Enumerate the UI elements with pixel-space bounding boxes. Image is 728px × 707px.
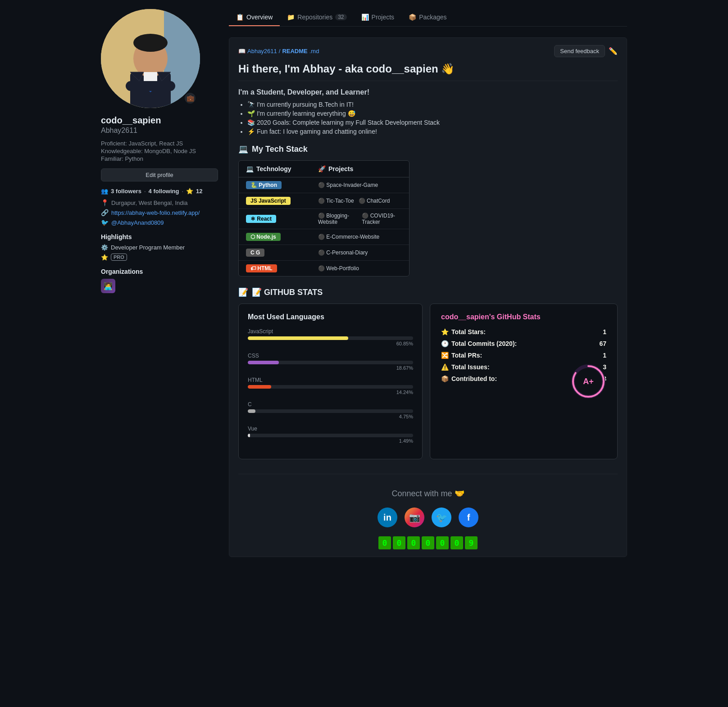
- following-link[interactable]: 4 following: [149, 188, 179, 195]
- projects-label: Projects: [372, 14, 395, 21]
- react-badge: ⚛ React: [246, 215, 276, 223]
- star-highlight-icon: ⭐: [101, 254, 108, 261]
- twitter-link[interactable]: @AbhayAnand0809: [111, 219, 164, 226]
- link-icon: 🔗: [101, 209, 109, 216]
- stat-value: 1: [603, 328, 606, 335]
- github-stats-icon: 📝: [238, 287, 248, 297]
- stat-row: 🔀 Total PRs: 1: [441, 352, 606, 359]
- tech-stack-label: My Tech Stack: [252, 145, 308, 154]
- username: codo__sapien: [101, 115, 218, 126]
- language-name: JavaScript: [248, 328, 413, 335]
- linkedin-icon[interactable]: in: [378, 508, 397, 527]
- readme-path: 📖 Abhay2611 / README .md: [238, 48, 319, 54]
- stat-row: 🕐 Total Commits (2020): 67: [441, 340, 606, 347]
- language-percent: 14.24%: [248, 390, 413, 395]
- location-icon: 📍: [101, 199, 109, 206]
- highlight-pro: ⭐ PRO: [101, 254, 218, 261]
- html-badge: 🏷 HTML: [246, 264, 277, 272]
- stats-cards-row: Most Used Languages JavaScript 60.85% CS…: [238, 304, 618, 459]
- technology-label: Technology: [256, 165, 291, 172]
- language-bar-track: [248, 434, 413, 437]
- language-bar-track: [248, 409, 413, 413]
- grade-text: A+: [583, 377, 594, 386]
- readme-path-slash: /: [279, 48, 281, 54]
- readme-header: 📖 Abhay2611 / README .md Send feedback ✏…: [238, 45, 618, 57]
- edit-profile-button[interactable]: Edit profile: [101, 168, 218, 181]
- tab-overview[interactable]: 📋 Overview: [229, 9, 280, 26]
- repo-ecommerce[interactable]: ⚫ E-Commerce-Website: [318, 234, 379, 240]
- bullet-1: 🔭 I'm currently pursuing B.Tech in IT!: [247, 101, 618, 108]
- following-count: 4: [149, 188, 152, 195]
- language-bar-row: CSS 18.67%: [248, 353, 413, 371]
- language-name: CSS: [248, 353, 413, 359]
- repo-tic-tac-toe[interactable]: ⚫ Tic-Tac-Toe: [318, 198, 354, 204]
- instagram-icon[interactable]: 📷: [405, 508, 424, 527]
- tab-projects[interactable]: 📊 Projects: [354, 9, 402, 26]
- tech-lang-react: ⚛ React: [246, 215, 318, 223]
- overview-icon: 📋: [236, 14, 244, 21]
- student-subheading: I'm a Student, Developer, and Learner!: [238, 88, 618, 96]
- technology-icon: 💻: [246, 165, 254, 172]
- tab-repositories[interactable]: 📁 Repositories 32: [280, 9, 354, 26]
- projects-table-icon: 🚀: [318, 165, 326, 172]
- bio-line-2: Knowledgeable: MongoDB, Node JS: [101, 148, 218, 154]
- avatar-image: [101, 9, 200, 108]
- language-bars: JavaScript 60.85% CSS 18.67% HTML 14.24%…: [248, 328, 413, 444]
- repo-covid[interactable]: ⚫ COVID19-Tracker: [362, 213, 402, 225]
- github-stats-heading: 📝 📝 GITHUB STATS: [238, 287, 618, 297]
- bullet-3: 📚 2020 Goals: Complete learning my Full …: [247, 119, 618, 126]
- language-name: HTML: [248, 377, 413, 383]
- highlight-developer-program: ⚙️ Developer Program Member: [101, 244, 218, 251]
- repo-blogging[interactable]: ⚫ Blogging-Website: [318, 213, 357, 225]
- stars-link[interactable]: 12: [196, 188, 202, 195]
- stat-icon: 🕐: [441, 340, 449, 347]
- svg-rect-11: [126, 81, 175, 91]
- readme-path-ext: .md: [309, 48, 319, 54]
- tech-lang-python: 🐍 Python: [246, 181, 318, 189]
- star-icon: ⭐: [186, 188, 193, 195]
- python-badge: 🐍 Python: [246, 181, 282, 189]
- developer-program-icon: ⚙️: [101, 244, 108, 251]
- tech-table: 💻 Technology 🚀 Projects 🐍 Python ⚫ Space…: [238, 160, 410, 276]
- stat-icon: ⚠️: [441, 363, 449, 371]
- send-feedback-button[interactable]: Send feedback: [554, 45, 605, 57]
- repo-chatcord[interactable]: ⚫ ChatCord: [359, 198, 390, 204]
- readme-path-user[interactable]: Abhay2611: [247, 48, 277, 54]
- node-badge: ⬡ Node.js: [246, 233, 281, 241]
- twitter-social-icon[interactable]: 🐦: [432, 508, 451, 527]
- language-bar-track: [248, 336, 413, 340]
- highlights-title: Highlights: [101, 233, 218, 240]
- edit-readme-icon[interactable]: ✏️: [609, 47, 618, 55]
- pro-badge: PRO: [111, 254, 127, 261]
- connect-section: Connect with me 🤝 in 📷 🐦 f 0 0 0 0 0 0 9: [238, 474, 618, 549]
- counter-digit-2: 0: [393, 536, 405, 549]
- stat-label: ⚠️ Total Issues:: [441, 363, 490, 371]
- repositories-count: 32: [335, 14, 346, 20]
- table-row: ⬡ Node.js ⚫ E-Commerce-Website: [239, 229, 409, 245]
- avatar: 💼: [101, 9, 200, 108]
- website-link[interactable]: https://abhay-web-folio.netlify.app/: [111, 209, 200, 216]
- language-percent: 60.85%: [248, 341, 413, 346]
- tech-lang-c: C G: [246, 249, 318, 257]
- tech-table-header: 💻 Technology 🚀 Projects: [239, 161, 409, 177]
- github-stats-label: 📝 GITHUB STATS: [252, 287, 323, 297]
- connect-title: Connect with me 🤝: [238, 489, 618, 499]
- repo-portfolio[interactable]: ⚫ Web-Portfolio: [318, 265, 359, 272]
- followers-link[interactable]: 3 followers: [111, 188, 141, 195]
- repo-c-diary[interactable]: ⚫ C-Personal-Diary: [318, 249, 368, 256]
- js-badge: JS JavaScript: [246, 197, 291, 205]
- tab-packages[interactable]: 📦 Packages: [401, 9, 454, 26]
- stars-count: 12: [196, 188, 202, 195]
- bio-line-3: Familiar: Python: [101, 155, 218, 162]
- repo-space-invader[interactable]: ⚫ Space-Invader-Game: [318, 182, 378, 188]
- twitter-row: 🐦 @AbhayAnand0809: [101, 219, 218, 226]
- stat-value: 1: [603, 352, 606, 359]
- facebook-icon[interactable]: f: [459, 508, 478, 527]
- projects-icon: 📊: [361, 14, 369, 21]
- tech-projects-c: ⚫ C-Personal-Diary: [318, 249, 402, 256]
- tech-projects-js: ⚫ Tic-Tac-Toe ⚫ ChatCord: [318, 198, 402, 204]
- github-stats-section: 📝 📝 GITHUB STATS Most Used Languages Jav…: [238, 287, 618, 459]
- readme-path-icon: 📖: [238, 48, 246, 54]
- hi-heading: Hi there, I'm Abhay - aka codo__sapien 👋: [238, 63, 618, 81]
- developer-program-text: Developer Program Member: [111, 244, 185, 251]
